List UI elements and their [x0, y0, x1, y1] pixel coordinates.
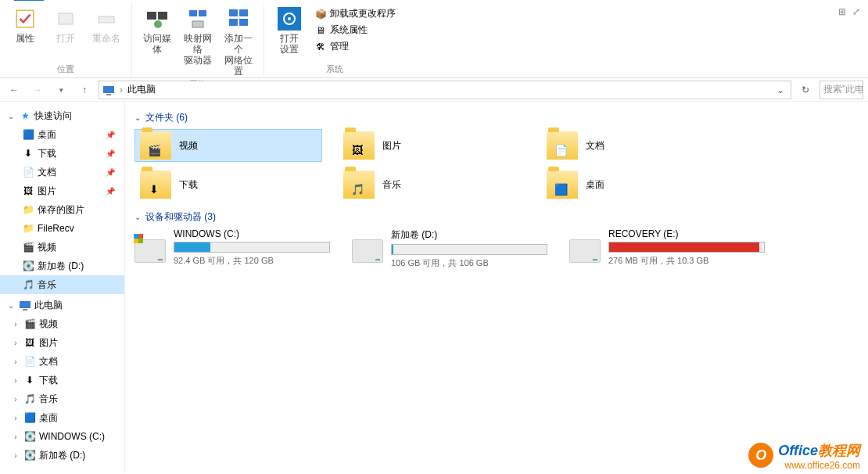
manage-button[interactable]: 🛠管理	[311, 39, 399, 54]
folder-item[interactable]: ⬇ 下载	[135, 168, 322, 201]
up-button[interactable]: ↑	[75, 81, 94, 99]
caret-right-icon: ›	[11, 451, 20, 460]
add-location-button[interactable]: 添加一个 网络位置	[220, 5, 257, 78]
sidebar-item-label: 文档	[38, 166, 102, 179]
properties-button[interactable]: 属性	[6, 5, 44, 45]
star-icon: ★	[19, 110, 31, 122]
folder-icon: 🎵	[22, 278, 34, 291]
sidebar-item-label: 桌面	[39, 411, 124, 425]
sidebar-item[interactable]: 💽 新加卷 (D:)	[0, 257, 124, 275]
caret-right-icon: ›	[11, 376, 20, 385]
sidebar-item[interactable]: › ⬇ 下载	[0, 371, 124, 390]
sidebar-item[interactable]: 🖼 图片 📌	[0, 181, 124, 200]
sidebar-item[interactable]: ⬇ 下载 📌	[0, 144, 124, 163]
folder-label: 音乐	[382, 178, 401, 192]
sidebar-item[interactable]: › 💽 新加卷 (D:)	[0, 446, 124, 465]
folder-icon: 🟦	[547, 171, 578, 199]
open-button[interactable]: 打开	[47, 5, 84, 45]
folder-item[interactable]: 🎬 视频	[135, 129, 322, 162]
sidebar-this-pc[interactable]: ⌄ 此电脑	[0, 296, 124, 314]
folder-icon: 🎬	[22, 241, 34, 253]
sidebar-item[interactable]: › 🎵 音乐	[0, 390, 124, 408]
forward-button[interactable]: →	[28, 81, 47, 99]
back-button[interactable]: ←	[5, 81, 23, 99]
drive-icon	[569, 239, 601, 263]
sidebar-item[interactable]: › 📄 文档	[0, 352, 124, 371]
active-tab-accent	[14, 0, 44, 1]
folder-icon: 🖼	[23, 336, 36, 349]
sidebar-quick-access[interactable]: ⌄ ★ 快速访问	[0, 106, 124, 125]
drive-icon	[135, 239, 166, 263]
sidebar-item[interactable]: 🎬 视频	[0, 238, 124, 257]
folder-icon: 🎬	[23, 318, 36, 330]
address-bar[interactable]: › 此电脑 ⌄	[99, 81, 791, 99]
folder-label: 下载	[179, 178, 198, 192]
folder-item[interactable]: 📄 文档	[541, 129, 729, 162]
svg-rect-17	[106, 94, 111, 95]
drives-header[interactable]: ⌄ 设备和驱动器 (3)	[135, 210, 859, 224]
folder-item[interactable]: 🎵 音乐	[338, 168, 525, 201]
folder-item[interactable]: 🖼 图片	[338, 129, 525, 162]
sidebar-item-label: 图片	[39, 336, 124, 350]
pc-icon	[19, 299, 31, 311]
caret-right-icon: ›	[11, 339, 20, 347]
refresh-button[interactable]: ↻	[796, 81, 815, 99]
sidebar-item[interactable]: 🎵 音乐	[0, 275, 124, 294]
folder-icon: 🟦	[23, 411, 36, 424]
sidebar-item[interactable]: › 🟦 桌面	[0, 408, 124, 427]
main-split: ⌄ ★ 快速访问 🟦 桌面 📌⬇ 下载 📌📄 文档 📌🖼 图片 📌📁 保存的图片…	[0, 102, 868, 473]
sidebar-item-label: 桌面	[38, 128, 102, 142]
drive-item[interactable]: 新加卷 (D:) 106 GB 可用，共 106 GB	[352, 228, 547, 269]
pc-icon	[102, 84, 115, 96]
watermark: O Office教程网 www.office26.com	[748, 441, 860, 469]
folder-icon: 📄	[22, 166, 34, 178]
rename-icon	[94, 6, 119, 31]
drive-name: WINDOWS (C:)	[174, 228, 330, 239]
folders-header[interactable]: ⌄ 文件夹 (6)	[135, 111, 859, 124]
rename-button[interactable]: 重命名	[88, 5, 125, 45]
drive-free: 276 MB 可用，共 10.3 GB	[608, 255, 765, 267]
svg-rect-2	[99, 16, 114, 23]
grid-icon[interactable]: ⊞	[838, 6, 846, 17]
drive-item[interactable]: WINDOWS (C:) 92.4 GB 可用，共 120 GB	[135, 228, 330, 269]
drive-item[interactable]: RECOVERY (E:) 276 MB 可用，共 10.3 GB	[569, 228, 765, 269]
settings-icon	[277, 6, 302, 31]
sidebar-item[interactable]: 📄 文档 📌	[0, 163, 124, 181]
search-input[interactable]: 搜索"此电	[820, 81, 863, 99]
sysprops-icon: 🖥	[314, 24, 327, 37]
drive-icon	[352, 239, 383, 263]
open-icon	[53, 6, 78, 31]
recent-button[interactable]: ▾	[52, 81, 70, 99]
expand-icon[interactable]: ⤢	[852, 6, 860, 17]
sidebar-item[interactable]: 📁 保存的图片	[0, 200, 124, 219]
pin-icon: 📌	[106, 168, 124, 177]
sidebar-item[interactable]: › 💽 WINDOWS (C:)	[0, 427, 124, 446]
map-drive-button[interactable]: 映射网络 驱动器	[179, 5, 217, 67]
address-dropdown[interactable]: ⌄	[773, 84, 787, 95]
svg-rect-7	[199, 10, 206, 16]
drive-free: 106 GB 可用，共 106 GB	[391, 257, 547, 269]
uninstall-icon: 📦	[314, 8, 327, 20]
pin-icon: 📌	[106, 131, 124, 139]
drive-name: RECOVERY (E:)	[608, 228, 765, 239]
sidebar-item[interactable]: › 🖼 图片	[0, 333, 124, 352]
caret-right-icon: ›	[11, 433, 20, 441]
open-settings-button[interactable]: 打开 设置	[271, 5, 308, 56]
ribbon: 属性 打开 重命名 位置 访问媒体 映射网络 驱动器	[0, 0, 868, 78]
system-properties-button[interactable]: 🖥系统属性	[311, 23, 399, 38]
check-icon	[13, 6, 38, 31]
svg-rect-18	[20, 301, 30, 308]
uninstall-button[interactable]: 📦卸载或更改程序	[311, 6, 399, 21]
pin-icon: 📌	[106, 149, 124, 158]
access-media-button[interactable]: 访问媒体	[138, 5, 176, 56]
sidebar-item[interactable]: 🟦 桌面 📌	[0, 125, 124, 144]
caret-down-icon: ⌄	[135, 113, 141, 122]
sidebar-item[interactable]: › 🎬 视频	[0, 314, 124, 333]
svg-rect-10	[239, 9, 248, 16]
caret-down-icon: ⌄	[6, 112, 16, 120]
sidebar-item[interactable]: 📁 FileRecv	[0, 219, 124, 238]
folder-item[interactable]: 🟦 桌面	[541, 168, 729, 201]
svg-rect-16	[103, 86, 114, 93]
address-text: 此电脑	[127, 83, 156, 96]
map-drive-icon	[185, 6, 210, 31]
